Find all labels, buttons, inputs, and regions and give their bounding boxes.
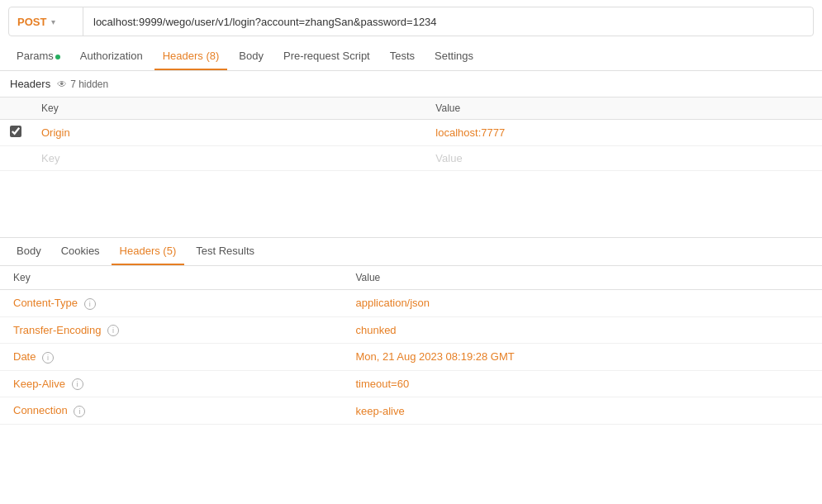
info-icon: i	[84, 298, 96, 310]
method-selector[interactable]: POST ▾	[9, 7, 83, 36]
empty-value-cell[interactable]: Value	[425, 146, 822, 171]
resp-row-key-2: Date i	[0, 344, 342, 371]
info-icon: i	[74, 406, 85, 417]
eye-icon: 👁	[57, 78, 67, 90]
url-bar: POST ▾	[8, 7, 814, 36]
request-tabs: Params Authorization Headers (8) Body Pr…	[0, 43, 822, 71]
response-table-row: Date i Mon, 21 Aug 2023 08:19:28 GMT	[0, 344, 822, 371]
tab-authorization[interactable]: Authorization	[72, 43, 151, 70]
resp-row-key-1: Transfer-Encoding i	[0, 316, 342, 344]
resp-value-col-header: Value	[342, 266, 822, 290]
row-value[interactable]: localhost:7777	[425, 120, 822, 146]
response-headers-table: Key Value Content-Type i application/jso…	[0, 266, 822, 425]
request-headers-section: Headers 👁 7 hidden	[0, 71, 822, 97]
response-table-row: Content-Type i application/json	[0, 290, 822, 317]
tab-params[interactable]: Params	[8, 43, 69, 70]
tab-response-headers[interactable]: Headers (5)	[112, 238, 185, 265]
resp-row-key-4: Connection i	[0, 397, 342, 425]
row-checkbox-cell[interactable]	[0, 120, 31, 146]
info-icon: i	[72, 378, 83, 390]
resp-row-value-1: chunked	[342, 316, 822, 344]
resp-row-value-0: application/json	[342, 290, 822, 317]
headers-label: Headers	[10, 78, 50, 90]
resp-row-key-0: Content-Type i	[0, 290, 342, 317]
table-row: Origin localhost:7777	[0, 120, 822, 146]
params-dot	[55, 55, 60, 59]
resp-row-value-4: keep-alive	[342, 397, 822, 425]
tab-response-body[interactable]: Body	[8, 238, 50, 265]
resp-row-value-3: timeout=60	[342, 370, 822, 397]
tab-response-test-results[interactable]: Test Results	[188, 238, 263, 265]
response-table-row: Connection i keep-alive	[0, 397, 822, 425]
row-checkbox[interactable]	[10, 126, 21, 137]
chevron-down-icon: ▾	[51, 17, 55, 26]
response-table-row: Keep-Alive i timeout=60	[0, 370, 822, 397]
request-headers-table: Key Value Origin localhost:7777 Key Valu…	[0, 97, 822, 171]
tab-settings[interactable]: Settings	[426, 43, 482, 70]
info-icon: i	[107, 325, 119, 336]
tab-headers[interactable]: Headers (8)	[154, 43, 228, 70]
resp-key-col-header: Key	[0, 266, 342, 290]
url-input[interactable]	[83, 16, 813, 28]
info-icon: i	[42, 352, 54, 364]
checkbox-col-header	[0, 97, 31, 120]
resp-row-key-3: Keep-Alive i	[0, 370, 342, 397]
method-label: POST	[17, 16, 46, 28]
hidden-badge: 👁 7 hidden	[57, 78, 108, 90]
empty-key-cell[interactable]: Key	[31, 146, 425, 171]
tab-pre-request[interactable]: Pre-request Script	[275, 43, 378, 70]
tab-response-cookies[interactable]: Cookies	[53, 238, 108, 265]
empty-checkbox-cell	[0, 146, 31, 171]
response-table-row: Transfer-Encoding i chunked	[0, 316, 822, 344]
row-key[interactable]: Origin	[31, 120, 425, 146]
value-col-header: Value	[425, 97, 822, 120]
tab-tests[interactable]: Tests	[382, 43, 423, 70]
response-tabs: Body Cookies Headers (5) Test Results	[0, 238, 822, 266]
table-row-empty: Key Value	[0, 146, 822, 171]
resp-row-value-2: Mon, 21 Aug 2023 08:19:28 GMT	[342, 344, 822, 371]
key-col-header: Key	[31, 97, 425, 120]
tab-body[interactable]: Body	[230, 43, 272, 70]
